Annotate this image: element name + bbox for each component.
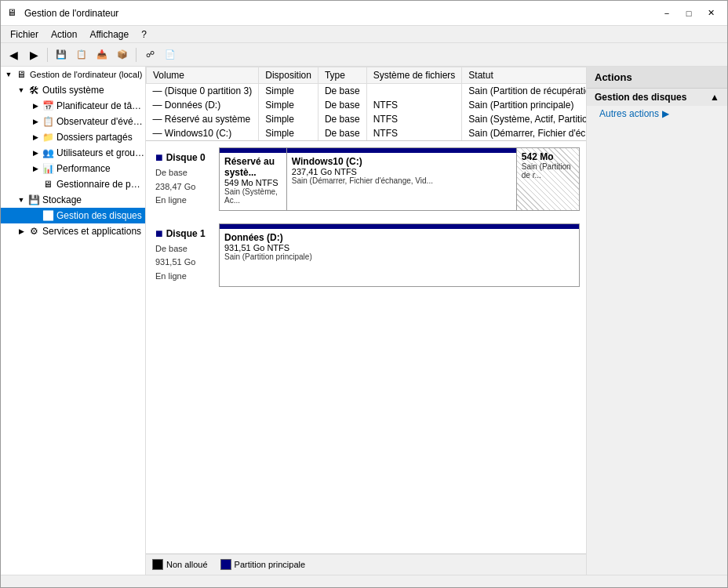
table-row[interactable]: — Données (D:) Simple De base NTFS Sain …	[147, 98, 587, 112]
sidebar-item-services[interactable]: ▶ ⚙ Services et applications	[1, 223, 145, 239]
disk-visual-area: ■ Disque 0 De base 238,47 Go En ligne	[146, 141, 586, 554]
minimize-button[interactable]: −	[657, 5, 677, 21]
calendar-icon: 📅	[42, 100, 54, 112]
table-row[interactable]: — Windows10 (C:) Simple De base NTFS Sai…	[147, 126, 587, 140]
toolbar-btn-5[interactable]: ☍	[140, 46, 159, 64]
sidebar-item-root[interactable]: ▼ 🖥 Gestion de l'ordinateur (local)	[1, 67, 145, 82]
cell-volume: — (Disque 0 partition 3)	[147, 84, 259, 99]
expand-outils[interactable]: ▼	[15, 84, 27, 96]
sidebar-item-planificateur[interactable]: ▶ 📅 Planificateur de tâches	[1, 98, 145, 114]
expand-performance[interactable]: ▶	[29, 162, 42, 175]
expand-stockage[interactable]: ▼	[15, 194, 27, 206]
cell-disposition: Simple	[259, 84, 318, 99]
folder-icon: 📁	[42, 131, 54, 143]
window-controls: − □ ✕	[657, 5, 721, 21]
col-volume[interactable]: Volume	[147, 67, 259, 84]
disk-0-partitions: Réservé au systè... 549 Mo NTFS Sain (Sy…	[219, 147, 580, 211]
toolbar-btn-2[interactable]: 📋	[72, 46, 91, 64]
menu-affichage[interactable]: Affichage	[83, 27, 135, 42]
close-button[interactable]: ✕	[701, 5, 721, 21]
cell-type: De base	[318, 98, 366, 112]
disk-0-partition-windows[interactable]: Windows10 (C:) 237,41 Go NTFS Sain (Déma…	[287, 148, 517, 210]
expand-utilisateurs[interactable]: ▶	[29, 147, 42, 159]
toolbar-btn-1[interactable]: 💾	[52, 46, 71, 64]
forward-button[interactable]: ▶	[24, 46, 43, 64]
partition-header	[220, 148, 286, 153]
title-bar: 🖥 Gestion de l'ordinateur − □ ✕	[1, 1, 727, 26]
window-title: Gestion de l'ordinateur	[24, 8, 118, 19]
partition-size-w10: 237,41 Go NTFS	[292, 167, 511, 176]
disk-table-wrapper[interactable]: Volume Disposition Type Système de fichi…	[146, 67, 586, 141]
expand-services[interactable]: ▶	[15, 225, 27, 238]
legend-item-non-alloue: Non alloué	[152, 559, 208, 570]
disk-indicator-icon: ■	[155, 151, 163, 165]
partition-header-w10	[287, 148, 516, 153]
menu-action[interactable]: Action	[45, 27, 83, 42]
disk1-indicator-icon: ■	[155, 227, 163, 241]
cell-volume: — Windows10 (C:)	[147, 126, 259, 140]
sidebar-item-performance[interactable]: ▶ 📊 Performance	[1, 161, 145, 176]
sidebar-item-stockage[interactable]: ▼ 💾 Stockage	[1, 192, 145, 208]
legend-label-partition-principale: Partition principale	[235, 560, 306, 569]
expand-dossiers[interactable]: ▶	[29, 131, 42, 143]
toolbar-btn-4[interactable]: 📦	[113, 46, 132, 64]
menu-help[interactable]: ?	[135, 27, 153, 42]
action-autres-actions-label: Autres actions	[599, 108, 659, 119]
main-area: ▼ 🖥 Gestion de l'ordinateur (local) ▼ 🛠 …	[1, 67, 727, 575]
bottom-scrollbar[interactable]	[1, 575, 727, 587]
horizontal-scroll[interactable]	[1, 575, 727, 588]
cell-fs: NTFS	[366, 126, 462, 140]
cell-statut: Sain (Système, Actif, Partition principa…	[462, 112, 586, 126]
menu-bar: Fichier Action Affichage ?	[1, 26, 727, 43]
toolbar-btn-6[interactable]: 📄	[161, 46, 180, 64]
table-row[interactable]: — Réservé au système Simple De base NTFS…	[147, 112, 587, 126]
toolbar-btn-3[interactable]: 📥	[93, 46, 111, 64]
cell-disposition: Simple	[259, 112, 318, 126]
expand-root[interactable]: ▼	[2, 68, 15, 81]
col-disposition[interactable]: Disposition	[259, 67, 318, 84]
col-type[interactable]: Type	[318, 67, 366, 84]
disk-0-partition-reserved[interactable]: Réservé au systè... 549 Mo NTFS Sain (Sy…	[220, 148, 287, 210]
sidebar-item-gestion-disques[interactable]: ▶ 💽 Gestion des disques	[1, 208, 145, 223]
disk-table: Volume Disposition Type Système de fichi…	[146, 67, 586, 140]
dossiers-label: Dossiers partagés	[56, 132, 133, 143]
planificateur-label: Planificateur de tâches	[56, 100, 145, 111]
utilisateurs-label: Utilisateurs et groupes l...	[56, 147, 145, 158]
partition-status: Sain (Système, Ac...	[224, 187, 282, 205]
sidebar-item-gestionnaire[interactable]: ▶ 🖥 Gestionnaire de périphé...	[1, 176, 145, 192]
users-icon: 👥	[42, 147, 54, 159]
partition-status-rec: Sain (Partition de r...	[522, 162, 574, 180]
cell-statut: Sain (Partition principale)	[462, 98, 586, 112]
action-autres-actions[interactable]: Autres actions ▶	[587, 106, 727, 122]
action-arrow-icon: ▶	[662, 108, 669, 119]
disk-0-partition-recovery[interactable]: 542 Mo Sain (Partition de r...	[517, 148, 579, 210]
disk-1-block: ■ Disque 1 De base 931,51 Go En ligne	[152, 223, 580, 287]
cell-statut: Sain (Démarrer, Fichier d'échange, Vidag…	[462, 126, 586, 140]
actions-section-arrow: ▲	[710, 92, 719, 103]
root-label: Gestion de l'ordinateur (local)	[30, 70, 142, 79]
cell-disposition: Simple	[259, 126, 318, 140]
col-statut[interactable]: Statut	[462, 67, 586, 84]
partition-name-d: Données (D:)	[224, 232, 574, 243]
col-fs[interactable]: Système de fichiers	[366, 67, 462, 84]
disk-1-detail: De base 931,51 Go En ligne	[155, 242, 216, 284]
menu-fichier[interactable]: Fichier	[4, 27, 45, 42]
sidebar-item-dossiers[interactable]: ▶ 📁 Dossiers partagés	[1, 129, 145, 145]
toolbar: ◀ ▶ 💾 📋 📥 📦 ☍ 📄	[1, 43, 727, 67]
disk-1-partition-data[interactable]: Données (D:) 931,51 Go NTFS Sain (Partit…	[220, 224, 579, 286]
disk-0-block: ■ Disque 0 De base 238,47 Go En ligne	[152, 147, 580, 211]
maximize-button[interactable]: □	[679, 5, 699, 21]
actions-header: Actions	[587, 67, 727, 89]
toolbar-separator-2	[136, 48, 136, 62]
actions-section-gestion-disques[interactable]: Gestion des disques ▲	[587, 89, 727, 106]
sidebar-item-utilisateurs[interactable]: ▶ 👥 Utilisateurs et groupes l...	[1, 145, 145, 161]
events-icon: 📋	[42, 115, 54, 128]
sidebar-item-observateur[interactable]: ▶ 📋 Observateur d'événeme...	[1, 114, 145, 129]
table-row[interactable]: — (Disque 0 partition 3) Simple De base …	[147, 84, 587, 99]
expand-planificateur[interactable]: ▶	[29, 100, 42, 112]
sidebar-item-outils-systeme[interactable]: ▼ 🛠 Outils système	[1, 82, 145, 98]
back-button[interactable]: ◀	[4, 46, 23, 64]
expand-observateur[interactable]: ▶	[29, 115, 42, 128]
content-pane: Volume Disposition Type Système de fichi…	[146, 67, 586, 575]
storage-icon: 💾	[27, 194, 40, 206]
